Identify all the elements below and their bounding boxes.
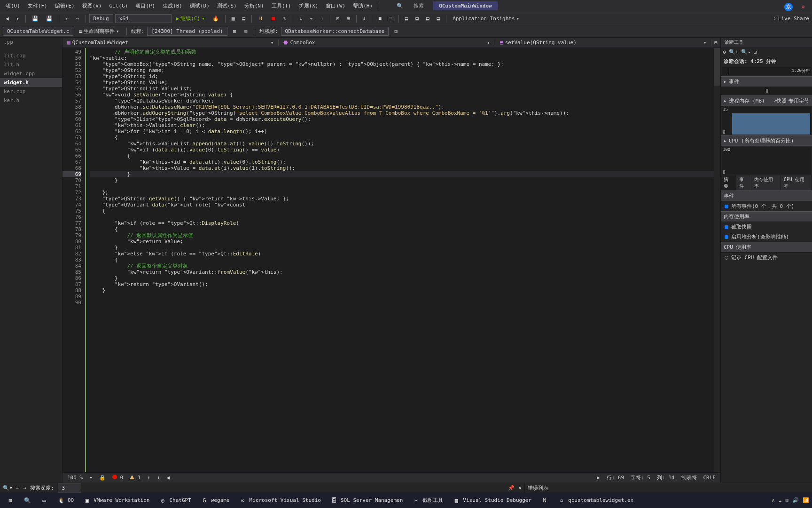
code-text[interactable]: // 声明你的自定义类的成员和函数"kw">public: "type">Com… — [86, 48, 720, 472]
thread-icon[interactable]: ⊞ — [230, 27, 239, 36]
file-tab[interactable]: ker.h — [0, 96, 62, 105]
menu-item[interactable]: 分析(N) — [241, 0, 268, 11]
tool-icon[interactable]: ⬓ — [239, 14, 248, 23]
taskbar-snip[interactable]: ✂截图工具 — [408, 495, 447, 506]
tool-icon[interactable]: ▦ — [229, 14, 238, 23]
taskbar-start[interactable]: ⊞ — [3, 495, 18, 506]
taskbar-onenote[interactable]: N — [537, 495, 552, 506]
thread-icon[interactable]: ⊟ — [242, 27, 250, 36]
nav-down-icon[interactable]: ↓ — [157, 475, 160, 481]
menu-item[interactable]: 窗口(W) — [322, 0, 349, 11]
config-dropdown[interactable]: Debug — [89, 14, 113, 23]
pause-button[interactable]: ⏸ — [255, 14, 266, 23]
health-icon[interactable]: 🔒 — [99, 475, 106, 481]
menu-item[interactable]: 文件(F) — [24, 0, 51, 11]
minimap[interactable] — [714, 48, 720, 472]
redo-button[interactable]: ↷ — [73, 14, 82, 23]
cpu-section[interactable]: ▸ CPU (所有处理器的百分比) — [721, 135, 812, 146]
tab-memory[interactable]: 内存使用率 — [751, 175, 781, 190]
crumb-method[interactable]: ⬒ setValue(QString value) ▾ — [495, 40, 711, 46]
split-icon[interactable]: ⊟ — [711, 38, 720, 47]
file-tab[interactable]: ker.cpp — [0, 87, 62, 96]
thread-dropdown[interactable]: [24300] Thread (pooled) — [147, 27, 227, 36]
taskbar-search[interactable]: 🔍 — [20, 495, 35, 506]
hot-reload-icon[interactable]: 🔥 — [210, 14, 222, 23]
tab-cpu[interactable]: CPU 使用率 — [781, 175, 812, 190]
crumb-file[interactable]: ▦ QCustomTableWidget ▾ — [62, 40, 279, 46]
save-all-icon[interactable]: 💾 — [43, 14, 55, 23]
bookmark-icon[interactable]: ⬓ — [402, 14, 411, 23]
pin-icon[interactable]: 📌 — [508, 485, 515, 491]
zoom-out-icon[interactable]: 🔍- — [741, 49, 751, 55]
tool-icon[interactable]: ⊞ — [344, 14, 353, 23]
menu-item[interactable]: 扩展(X) — [295, 0, 322, 11]
error-count[interactable]: 0 — [112, 475, 123, 481]
taskbar-exe[interactable]: ▫qcustomtablewidget.ex — [554, 495, 637, 506]
indent-info[interactable]: 制表符 — [681, 474, 697, 481]
menu-item[interactable]: 项目(P) — [132, 0, 159, 11]
tab-events[interactable]: 事件 — [736, 175, 752, 190]
tray-icon[interactable]: ☁ — [779, 497, 782, 503]
taskbar-tasks[interactable]: ▭ — [37, 495, 52, 506]
insights-dropdown[interactable]: Application Insights ▾ — [450, 14, 522, 23]
all-events-link[interactable]: 所有事件(0 个，共 0 个) — [721, 201, 812, 211]
taskbar-wegame[interactable]: Gwegame — [197, 495, 234, 506]
continue-button[interactable]: ▶ 继续(C) ▾ — [173, 14, 208, 24]
step-over-icon[interactable]: ↷ — [307, 14, 316, 23]
menu-item[interactable]: 生成(B) — [159, 0, 186, 11]
memory-section[interactable]: ▸ 进程内存 (MB) ✓快照 专用字节 — [721, 95, 812, 106]
close-icon[interactable]: ✕ — [518, 485, 522, 491]
heap-link[interactable]: 启用堆分析(会影响性能) — [721, 232, 812, 242]
step-out-icon[interactable]: ↑ — [318, 14, 327, 23]
nav-left-icon[interactable]: ◀ — [167, 475, 170, 481]
nav-fwd-icon[interactable]: → — [23, 485, 26, 491]
depth-dropdown[interactable]: 3 — [58, 484, 81, 492]
bookmark-icon[interactable]: ⬓ — [423, 14, 432, 23]
taskbar-vs[interactable]: ∞Microsoft Visual Studio — [235, 495, 325, 506]
file-tab[interactable]: lit.h — [0, 60, 62, 69]
crumb-class[interactable]: ⬣ ComboBox ▾ — [279, 40, 495, 46]
menu-item[interactable]: 编辑(E) — [51, 0, 78, 11]
menu-item[interactable]: Git(G) — [106, 1, 132, 11]
nav-right-icon[interactable]: ▶ — [597, 475, 600, 481]
step-into-icon[interactable]: ↓ — [297, 14, 305, 23]
search-icon[interactable]: 🔍▾ — [3, 485, 13, 491]
menu-item[interactable]: 工具(T) — [268, 0, 295, 11]
taskbar-vmware[interactable]: ▣VMware Workstation — [79, 495, 153, 506]
taskbar-vsdbg[interactable]: ▦Visual Studio Debugger — [449, 495, 535, 506]
save-icon[interactable]: 💾 — [29, 14, 41, 23]
tray-icon[interactable]: 📶 — [803, 497, 809, 503]
settings-icon[interactable]: ⚙ — [797, 2, 808, 12]
nav-back-icon[interactable]: ← — [16, 485, 20, 491]
user-badge[interactable]: 京 — [784, 3, 793, 11]
menu-item[interactable]: 视图(V) — [78, 0, 106, 11]
taskbar-ssms[interactable]: 🗄SQL Server Managemen — [327, 495, 406, 506]
undo-button[interactable]: ↶ — [62, 14, 71, 23]
nav-up-icon[interactable]: ↑ — [147, 475, 150, 481]
code-editor[interactable]: 4950515253545556575859606162636465666768… — [62, 48, 720, 472]
reset-icon[interactable]: ⊡ — [754, 49, 757, 55]
file-tab[interactable]: .pp — [0, 38, 62, 47]
file-tab[interactable]: lit.cpp — [0, 51, 62, 60]
gear-icon[interactable]: ⚙ — [723, 49, 726, 55]
zoom-in-icon[interactable]: 🔍+ — [729, 49, 739, 55]
forward-button[interactable]: ▸ — [14, 14, 23, 23]
file-tab-active[interactable]: widget.h — [0, 78, 62, 87]
live-share-button[interactable]: ⇪ Live Share — [773, 16, 809, 22]
tool-icon[interactable]: ↕ — [360, 14, 369, 23]
warning-count[interactable]: 1 — [130, 475, 141, 481]
search-box[interactable]: 🔍 搜索 — [389, 0, 431, 12]
bookmark-icon[interactable]: ⬓ — [434, 14, 443, 23]
file-tab[interactable]: widget.cpp — [0, 69, 62, 78]
tab-summary[interactable]: 摘要 — [721, 175, 736, 190]
pause-button[interactable]: Ⅱ — [721, 87, 812, 95]
tool-icon[interactable]: ≡ — [375, 14, 384, 23]
events-section[interactable]: ▸ 事件 — [721, 76, 812, 87]
tray-icon[interactable]: ⊞ — [785, 497, 789, 503]
tool-icon[interactable]: ⊡ — [391, 27, 400, 36]
taskbar-chatgpt[interactable]: ◎ChatGPT — [155, 495, 195, 506]
stop-button[interactable]: ⏹ — [268, 14, 279, 23]
lifecycle-events[interactable]: ⬓ 生命周期事件 ▾ — [76, 26, 122, 36]
eol-info[interactable]: CRLF — [703, 475, 716, 481]
snapshot-link[interactable]: 截取快照 — [721, 222, 812, 232]
